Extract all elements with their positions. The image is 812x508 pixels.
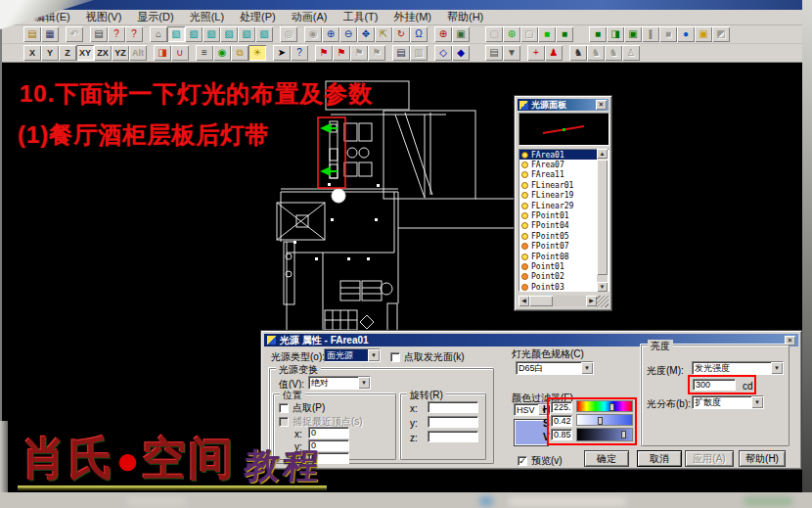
color-spec-dropdown[interactable]: D65白 ▼ bbox=[516, 361, 594, 375]
eye-icon[interactable]: ◉ bbox=[304, 26, 322, 42]
flag-grey-2-icon[interactable]: ⚑ bbox=[368, 45, 385, 61]
light-item-FArea07[interactable]: FArea07 bbox=[519, 160, 598, 169]
menu-item-3[interactable]: 显示(D) bbox=[130, 9, 180, 25]
query-select-icon[interactable]: ? bbox=[291, 45, 308, 61]
zoom-out-icon[interactable]: ⊖ bbox=[339, 26, 357, 42]
light-type-dropdown[interactable]: 面光源 ▼ bbox=[324, 348, 381, 362]
scroll-right-icon[interactable]: ▶ bbox=[586, 296, 597, 306]
menu-item-5[interactable]: 处理(P) bbox=[233, 9, 283, 25]
solid2-mode-icon[interactable]: ■ bbox=[556, 26, 573, 42]
pick-view-icon[interactable]: ⌂ bbox=[150, 26, 167, 42]
hscroll-thumb[interactable] bbox=[529, 296, 553, 306]
zoom-in-icon[interactable]: ⊕ bbox=[322, 26, 339, 42]
light-item-Point01[interactable]: Point01 bbox=[519, 261, 598, 271]
light-item-FLinear01[interactable]: FLinear01 bbox=[519, 180, 598, 190]
print-icon[interactable]: ▤ bbox=[90, 26, 108, 42]
flag-grey-1-icon[interactable]: ⚑ bbox=[350, 45, 368, 61]
pos-x-field[interactable]: 0 bbox=[308, 427, 349, 439]
rot-z-field[interactable] bbox=[428, 431, 478, 442]
view-cube-6-icon[interactable]: ▧ bbox=[255, 26, 273, 42]
apply-button[interactable]: 应用(A) bbox=[686, 451, 733, 466]
wireframe-mode-icon[interactable]: ▢ bbox=[485, 26, 503, 42]
axis-z-button[interactable]: Z bbox=[59, 45, 76, 61]
layers-icon[interactable]: ≡ bbox=[196, 45, 213, 61]
view-cube-4-icon[interactable]: ▧ bbox=[220, 26, 238, 42]
chevron-down-icon[interactable]: ▼ bbox=[771, 362, 783, 374]
light-item-FLinear29[interactable]: FLinear29 bbox=[519, 201, 598, 210]
preview-checkbox[interactable]: ✓ 预览(v) bbox=[518, 454, 563, 468]
scroll-down-icon[interactable]: ▼ bbox=[597, 282, 608, 292]
help-button[interactable]: 帮助(H) bbox=[740, 451, 785, 466]
value-dropdown[interactable]: 绝对 ▼ bbox=[308, 376, 371, 390]
help-icon[interactable]: ? bbox=[108, 26, 125, 42]
runner-4-icon[interactable]: ♙ bbox=[622, 45, 640, 61]
plane-yz-button[interactable]: YZ bbox=[112, 45, 129, 61]
orbit-icon[interactable]: Ω bbox=[410, 26, 428, 42]
light-item-FLinear19[interactable]: FLinear19 bbox=[519, 191, 598, 201]
polygon-icon[interactable]: ◇ bbox=[434, 45, 452, 61]
vscroll-thumb[interactable] bbox=[597, 160, 608, 275]
palette-icon[interactable]: ◨ bbox=[154, 45, 171, 61]
cancel-button[interactable]: 取消 bbox=[638, 451, 681, 466]
light-item-FPoint08[interactable]: FPoint08 bbox=[519, 252, 598, 261]
menu-item-4[interactable]: 光照(L) bbox=[183, 9, 231, 25]
box-outline-icon[interactable]: ▣ bbox=[624, 26, 642, 42]
light-item-FPoint07[interactable]: FPoint07 bbox=[519, 242, 598, 252]
rot-y-field[interactable] bbox=[428, 416, 478, 428]
light-item-FPoint01[interactable]: FPoint01 bbox=[519, 210, 598, 220]
view-cube-5-icon[interactable]: ▧ bbox=[238, 26, 255, 42]
lamp-icon[interactable]: ☀ bbox=[248, 45, 266, 61]
person-icon[interactable]: ♟ bbox=[545, 45, 563, 61]
zoom-window-icon[interactable]: ◎ bbox=[280, 26, 297, 42]
light-item-FPoint05[interactable]: FPoint05 bbox=[519, 231, 598, 241]
filter-icon[interactable]: ▼ bbox=[503, 45, 520, 61]
runner-3-icon[interactable]: ♞ bbox=[605, 45, 622, 61]
runner-2-icon[interactable]: ♞ bbox=[587, 45, 605, 61]
copy-view-icon[interactable]: ⧉ bbox=[231, 45, 248, 61]
light-item-FArea11[interactable]: FArea11 bbox=[519, 170, 598, 180]
light-item-FArea01[interactable]: FArea01 bbox=[519, 150, 598, 160]
plane-zx-button[interactable]: ZX bbox=[94, 45, 112, 61]
close-icon[interactable]: ✕ bbox=[596, 100, 607, 110]
open-icon[interactable]: ▤ bbox=[23, 26, 41, 42]
magnet-icon[interactable]: ∪ bbox=[171, 45, 189, 61]
light-panel-titlebar[interactable]: 光源面板 ✕ bbox=[518, 99, 609, 111]
solid-mode-icon[interactable]: ■ bbox=[538, 26, 556, 42]
menu-item-6[interactable]: 动画(A) bbox=[285, 9, 335, 25]
doc-icon[interactable]: ▤ bbox=[485, 45, 503, 61]
menu-item-9[interactable]: 帮助(H) bbox=[440, 9, 490, 25]
pick-face-checkbox[interactable]: 点取发光面(k) bbox=[390, 350, 465, 364]
render-ball-icon[interactable]: ◉ bbox=[213, 45, 231, 61]
alt-button[interactable]: Alt bbox=[129, 45, 147, 61]
camera-icon[interactable]: ▣ bbox=[452, 26, 470, 42]
texture-icon[interactable]: ▣ bbox=[695, 26, 712, 42]
page-2-icon[interactable]: ▥ bbox=[410, 45, 428, 61]
globe-icon[interactable]: ● bbox=[677, 26, 695, 42]
pan-icon[interactable]: ✥ bbox=[357, 26, 375, 42]
chevron-down-icon[interactable]: ▼ bbox=[368, 349, 380, 361]
polygon-fill-icon[interactable]: ◆ bbox=[452, 45, 470, 61]
runner-1-icon[interactable]: ♞ bbox=[569, 45, 587, 61]
save-icon[interactable]: ▦ bbox=[41, 26, 59, 42]
menu-item-1[interactable]: 编辑(E) bbox=[27, 9, 77, 25]
select-arrow-icon[interactable]: ➤ bbox=[273, 45, 291, 61]
light-item-FPoint04[interactable]: FPoint04 bbox=[519, 221, 598, 231]
hidden-mode-icon[interactable]: ▢ bbox=[520, 26, 538, 42]
luminosity-dropdown[interactable]: 发光强度 ▼ bbox=[692, 361, 784, 375]
view-cube-1-icon[interactable]: ▧ bbox=[167, 26, 185, 42]
add-light-icon[interactable]: + bbox=[527, 45, 545, 61]
pick-checkbox[interactable]: 点取(P) bbox=[279, 401, 325, 415]
distribution-dropdown[interactable]: 扩散度 ▼ bbox=[692, 395, 764, 409]
light-item-Point02[interactable]: Point02 bbox=[519, 272, 598, 282]
scroll-up-icon[interactable]: ▲ bbox=[597, 149, 608, 159]
flag-red-1-icon[interactable]: ⚑ bbox=[315, 45, 333, 61]
rot-x-field[interactable] bbox=[428, 401, 478, 413]
grey-box-icon[interactable]: ■ bbox=[659, 26, 677, 42]
menu-item-2[interactable]: 视图(V) bbox=[79, 9, 129, 25]
light-list-hscrollbar[interactable]: ◀ ▶ bbox=[519, 296, 597, 306]
menu-item-8[interactable]: 外挂(M) bbox=[386, 9, 438, 25]
light-list-vscrollbar[interactable]: ▲ ▼ bbox=[597, 149, 608, 292]
light-item-Point03[interactable]: Point03 bbox=[519, 282, 598, 292]
zoom-extents-icon[interactable]: ⊕ bbox=[434, 26, 452, 42]
axis-y-button[interactable]: Y bbox=[41, 45, 59, 61]
